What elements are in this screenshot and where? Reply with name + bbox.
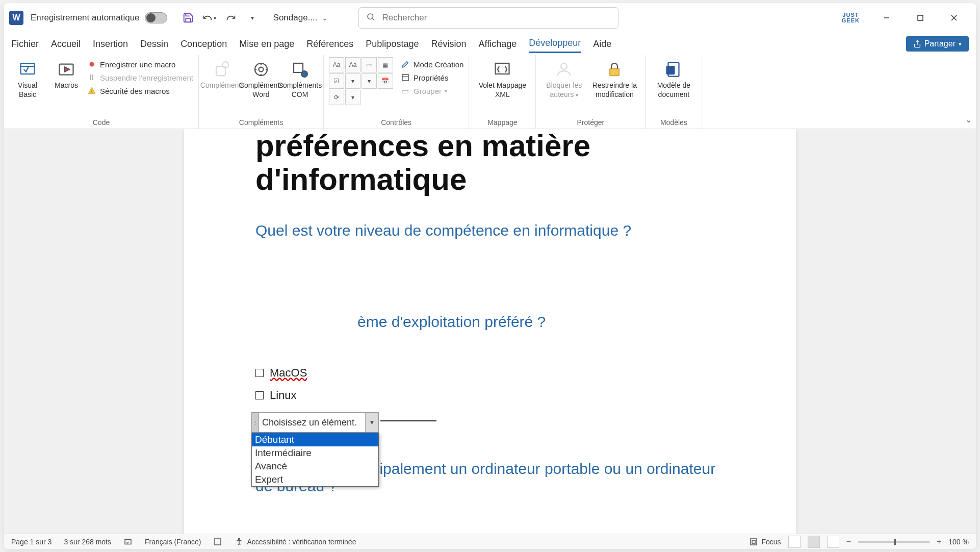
share-button[interactable]: Partager ▾ [906, 36, 969, 52]
control-combo-box[interactable]: ▾ [345, 73, 360, 89]
tab-dessin[interactable]: Dessin [140, 36, 168, 53]
status-language[interactable]: Français (France) [145, 538, 201, 546]
zoom-slider[interactable] [858, 541, 930, 543]
combo-option-expert[interactable]: Expert [252, 473, 378, 486]
app-window: W Enregistrement automatique ▾ ▾ Sondage… [4, 3, 976, 549]
ribbon-expand-button[interactable]: ⌄ [961, 55, 976, 129]
svg-rect-26 [125, 539, 131, 544]
svg-point-28 [239, 538, 240, 540]
title-bar: W Enregistrement automatique ▾ ▾ Sondage… [4, 3, 976, 33]
ribbon-group-templates: W Modèle de document Modèles [646, 55, 702, 129]
group-label-mapping: Mappage [474, 117, 530, 128]
view-print-layout[interactable] [808, 536, 820, 548]
status-accessibility[interactable]: Accessibilité : vérification terminée [235, 537, 356, 546]
properties-button[interactable]: Propriétés [400, 72, 463, 83]
control-checkbox[interactable]: ☑ [329, 73, 344, 89]
visual-basic-button[interactable]: Visual Basic [9, 57, 46, 99]
control-repeating[interactable]: ⟳ [329, 90, 344, 105]
control-building-block[interactable]: ▦ [378, 57, 393, 72]
combo-option-avance[interactable]: Avancé [252, 460, 378, 473]
search-input[interactable] [382, 13, 611, 23]
share-label: Partager [924, 39, 956, 48]
tab-references[interactable]: Références [306, 36, 353, 53]
group-button: ▭ Grouper ▾ [400, 86, 463, 96]
tab-fichier[interactable]: Fichier [11, 36, 39, 53]
tab-developpeur[interactable]: Développeur [529, 35, 581, 53]
control-picture[interactable]: ▭ [362, 57, 377, 72]
word-addins-button[interactable]: Compléments Word [243, 57, 279, 99]
group-label-templates: Modèles [651, 117, 697, 128]
question-2-partial: ème d'exploitation préféré ? [357, 313, 725, 331]
combo-option-intermediaire[interactable]: Intermédiaire [252, 446, 378, 460]
tab-publipostage[interactable]: Publipostage [366, 36, 419, 53]
document-title: préférences en matière d'informatique [255, 129, 725, 196]
combo-dropdown: Débutant Intermédiaire Avancé Expert [251, 433, 379, 487]
doc-name-chevron-icon[interactable]: ⌄ [322, 14, 328, 22]
view-web-layout[interactable] [827, 536, 839, 548]
combo-option-debutant[interactable]: Débutant [252, 433, 378, 446]
com-addins-button[interactable]: Compléments COM [281, 57, 318, 99]
combo-box-competence[interactable]: ⋮ Choisissez un élément. ▼ Débutant Inte… [251, 412, 379, 487]
view-read-mode[interactable] [788, 536, 801, 548]
zoom-out-button[interactable]: − [846, 537, 851, 546]
brand-logo: JUST GEEK [842, 12, 860, 23]
tab-insertion[interactable]: Insertion [93, 36, 128, 53]
save-button[interactable] [180, 10, 196, 26]
ribbon-group-protect: Bloquer les auteurs ▾ Restreindre la mod… [536, 55, 646, 129]
ribbon-group-mapping: Volet Mappage XML Mappage [469, 55, 536, 129]
record-icon [87, 59, 97, 69]
combo-arrow-icon[interactable]: ▼ [365, 413, 378, 432]
suspend-recording-button: ⏸ Suspendre l'enregistrement [87, 72, 193, 83]
svg-line-1 [372, 18, 374, 20]
maximize-button[interactable] [909, 10, 932, 26]
combo-handle-icon[interactable]: ⋮ [252, 413, 259, 432]
tab-accueil[interactable]: Accueil [51, 36, 81, 53]
tab-revision[interactable]: Révision [431, 36, 466, 53]
zoom-level[interactable]: 100 % [948, 538, 969, 546]
search-box[interactable] [358, 7, 618, 29]
block-authors-icon [554, 59, 574, 80]
redo-button[interactable] [223, 10, 239, 26]
document-template-button[interactable]: W Modèle de document [651, 57, 697, 99]
close-button[interactable] [942, 10, 966, 26]
macros-button[interactable]: Macros [48, 57, 85, 90]
status-focus[interactable]: Focus [749, 537, 781, 546]
blank-input[interactable] [380, 420, 436, 421]
combo-select[interactable]: ⋮ Choisissez un élément. ▼ [251, 412, 379, 433]
autosave-toggle[interactable] [145, 12, 167, 23]
document-area[interactable]: préférences en matière d'informatique Qu… [4, 129, 976, 534]
control-rich-text[interactable]: Aa [329, 57, 344, 72]
control-dropdown[interactable]: ▾ [362, 73, 377, 89]
undo-button[interactable]: ▾ [202, 10, 217, 26]
xml-mapping-pane-button[interactable]: Volet Mappage XML [474, 57, 530, 99]
svg-point-15 [259, 67, 263, 72]
svg-rect-30 [752, 540, 755, 543]
checkbox-macos[interactable]: MacOS [255, 366, 725, 380]
minimize-button[interactable] [875, 10, 898, 26]
svg-rect-22 [610, 69, 619, 76]
checkbox-icon[interactable] [255, 369, 264, 377]
share-chevron-icon: ▾ [959, 41, 962, 47]
control-plain-text[interactable]: Aa [345, 57, 360, 72]
checkbox-icon[interactable] [255, 391, 264, 399]
tab-aide[interactable]: Aide [593, 36, 611, 53]
qat-customize-button[interactable]: ▾ [245, 10, 260, 26]
tab-mise-en-page[interactable]: Mise en page [239, 36, 294, 53]
status-spellcheck-icon[interactable] [123, 537, 133, 546]
svg-rect-29 [751, 539, 757, 545]
control-legacy[interactable]: ▾ [345, 90, 360, 105]
design-mode-button[interactable]: Mode Création [400, 59, 463, 69]
tab-affichage[interactable]: Affichage [478, 36, 517, 53]
restrict-editing-button[interactable]: Restreindre la modification [589, 57, 640, 99]
macro-security-button[interactable]: ! Sécurité des macros [87, 86, 193, 96]
control-date-picker[interactable]: 📅 [378, 73, 393, 89]
record-macro-button[interactable]: Enregistrer une macro [87, 59, 193, 69]
zoom-in-button[interactable]: + [937, 537, 941, 546]
status-track-changes-icon[interactable] [213, 537, 222, 546]
block-authors-button: Bloquer les auteurs ▾ [541, 57, 587, 99]
document-name[interactable]: Sondage.... [273, 13, 318, 23]
status-words[interactable]: 3 sur 268 mots [64, 538, 111, 546]
tab-conception[interactable]: Conception [180, 36, 227, 53]
status-page[interactable]: Page 1 sur 3 [11, 538, 51, 546]
checkbox-linux[interactable]: Linux [255, 389, 725, 402]
